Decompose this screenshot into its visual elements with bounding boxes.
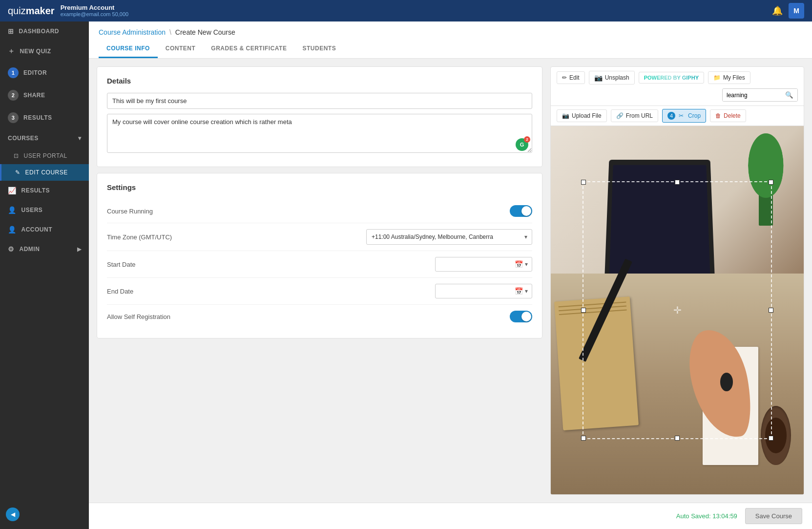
folder-icon: 📁 — [713, 74, 721, 81]
image-search-input[interactable] — [723, 89, 781, 101]
sidebar-item-dashboard[interactable]: ⊞ Dashboard — [0, 21, 89, 41]
sidebar-item-user-portal[interactable]: ⊡ User Portal — [0, 148, 89, 164]
date-chevron-icon[interactable]: ▾ — [525, 261, 528, 268]
edit-pencil-icon: ✏ — [562, 74, 567, 81]
sidebar-item-account[interactable]: 👤 Account — [0, 220, 89, 239]
sidebar-item-editor[interactable]: 1 Editor — [0, 62, 89, 84]
avatar[interactable]: M — [789, 3, 804, 19]
timezone-row: Time Zone (GMT/UTC) +11:00 Australia/Syd… — [107, 223, 532, 251]
sidebar: ⊞ Dashboard ＋ New Quiz 1 Editor 2 Share … — [0, 21, 89, 529]
image-toolbar-top: ✏ Edit 📷 Unsplash POWERED BY GIPHY 📁 My … — [551, 67, 804, 106]
account-info: Premium Account example@email.com 50,000 — [61, 4, 129, 18]
timezone-label: Time Zone (GMT/UTC) — [107, 233, 172, 241]
sidebar-item-label: Admin — [20, 246, 40, 253]
sidebar-item-users[interactable]: 👤 Users — [0, 200, 89, 220]
sidebar-item-label: Dashboard — [19, 28, 60, 35]
sidebar-collapse-button[interactable]: ◀ — [6, 508, 20, 521]
brand-logo: quizmaker — [8, 5, 55, 17]
course-description-textarea[interactable] — [107, 114, 532, 153]
delete-button[interactable]: 🗑 Delete — [710, 109, 746, 122]
footer-bar: Auto Saved: 13:04:59 Save Course — [89, 503, 812, 529]
self-registration-row: Allow Self Registration — [107, 305, 532, 328]
giphy-button[interactable]: POWERED BY GIPHY — [639, 72, 704, 84]
account-email: example@email.com 50,000 — [61, 11, 129, 18]
bell-icon[interactable]: 🔔 — [772, 5, 783, 16]
crop-handle-mr[interactable] — [769, 308, 773, 313]
admin-icon: ⚙ — [8, 245, 15, 253]
crop-handle-br[interactable] — [769, 436, 773, 441]
self-registration-toggle[interactable] — [510, 311, 532, 322]
sidebar-item-results[interactable]: 3 Results — [0, 106, 89, 129]
timezone-select[interactable]: +11:00 Australia/Sydney, Melbourne, Canb… — [366, 229, 532, 245]
start-date-input[interactable] — [439, 261, 513, 268]
dashboard-icon: ⊞ — [8, 27, 14, 35]
unsplash-button[interactable]: 📷 Unsplash — [589, 71, 635, 85]
end-date-label: End Date — [107, 288, 133, 295]
end-date-wrap: 📅 ▾ — [435, 284, 532, 298]
results-icon: 📈 — [8, 187, 17, 194]
start-date-wrap: 📅 ▾ — [435, 257, 532, 272]
tab-course-info[interactable]: Course Info — [99, 41, 158, 58]
auto-saved-text: Auto Saved: 13:04:59 — [676, 512, 737, 520]
unsplash-icon: 📷 — [594, 74, 603, 82]
crop-handle-tl[interactable] — [581, 180, 586, 185]
sidebar-item-label: User Portal — [24, 152, 67, 159]
sidebar-courses-header[interactable]: Courses ▾ — [0, 129, 89, 148]
account-icon: 👤 — [8, 226, 17, 233]
sidebar-item-admin[interactable]: ⚙ Admin ▶ — [0, 239, 89, 259]
from-url-button[interactable]: 🔗 From URL — [611, 109, 658, 122]
link-icon: 🔗 — [616, 112, 624, 119]
my-files-button[interactable]: 📁 My Files — [708, 71, 750, 84]
tab-content[interactable]: Content — [158, 41, 204, 58]
course-title-input[interactable] — [107, 93, 532, 109]
image-search-button[interactable]: 🔍 — [781, 89, 797, 101]
crop-handle-bc[interactable] — [675, 436, 680, 441]
start-date-row: Start Date 📅 ▾ — [107, 251, 532, 278]
crop-number: 4 — [667, 112, 675, 120]
crop-overlay: ✛ — [551, 126, 804, 494]
crop-button[interactable]: 4 ✂ Crop — [662, 109, 706, 123]
upload-file-button[interactable]: 📷 Upload File — [557, 109, 607, 122]
breadcrumb-current: Create New Course — [175, 28, 235, 36]
tab-students[interactable]: Students — [294, 41, 344, 58]
crop-handle-bl[interactable] — [581, 436, 586, 441]
self-registration-label: Allow Self Registration — [107, 313, 170, 320]
edit-button[interactable]: ✏ Edit — [557, 71, 585, 84]
sidebar-item-share[interactable]: 2 Share — [0, 84, 89, 106]
save-course-button[interactable]: Save Course — [745, 508, 802, 524]
sidebar-item-label: Users — [21, 207, 43, 213]
image-panel: ✏ Edit 📷 Unsplash POWERED BY GIPHY 📁 My … — [550, 66, 804, 495]
crop-frame: ✛ — [583, 181, 772, 439]
top-bar: quizmaker Premium Account example@email.… — [0, 0, 812, 21]
breadcrumb-parent[interactable]: Course Administration — [99, 28, 166, 36]
crop-handle-tr[interactable] — [769, 180, 773, 185]
courses-arrow-icon: ▾ — [78, 135, 82, 142]
breadcrumb-bar: Course Administration \ Create New Cours… — [89, 21, 812, 59]
sidebar-item-new-quiz[interactable]: ＋ New Quiz — [0, 41, 89, 62]
crop-handle-tc[interactable] — [675, 180, 680, 185]
date-chevron-icon-end[interactable]: ▾ — [525, 288, 528, 295]
desk-image: ✛ — [551, 126, 804, 494]
watch — [720, 373, 733, 391]
sidebar-item-edit-course[interactable]: ✎ Edit Course — [0, 164, 89, 181]
trash-icon: 🗑 — [715, 112, 721, 119]
calendar-icon-end[interactable]: 📅 — [515, 287, 523, 295]
toggle-knob — [521, 206, 531, 216]
step-circle-2: 2 — [8, 90, 19, 101]
image-toolbar-actions: 📷 Upload File 🔗 From URL 4 ✂ Crop 🗑 — [551, 106, 804, 126]
grammarly-icon: G 2 — [516, 138, 528, 151]
calendar-icon[interactable]: 📅 — [515, 260, 523, 268]
account-type: Premium Account — [61, 4, 129, 12]
course-running-toggle[interactable] — [510, 205, 532, 217]
crop-handle-ml[interactable] — [581, 308, 586, 313]
toggle-knob-reg — [521, 312, 531, 321]
upload-icon: 📷 — [562, 112, 569, 119]
sidebar-item-label: Edit Course — [25, 169, 68, 176]
step-circle-1: 1 — [8, 67, 19, 78]
sidebar-item-label: Account — [21, 226, 53, 233]
sidebar-item-results2[interactable]: 📈 Results — [0, 181, 89, 200]
users-icon: 👤 — [8, 206, 17, 214]
tab-grades-certificate[interactable]: Grades & Certificate — [203, 41, 294, 58]
edit-course-icon: ✎ — [15, 169, 21, 176]
end-date-input[interactable] — [439, 288, 513, 295]
